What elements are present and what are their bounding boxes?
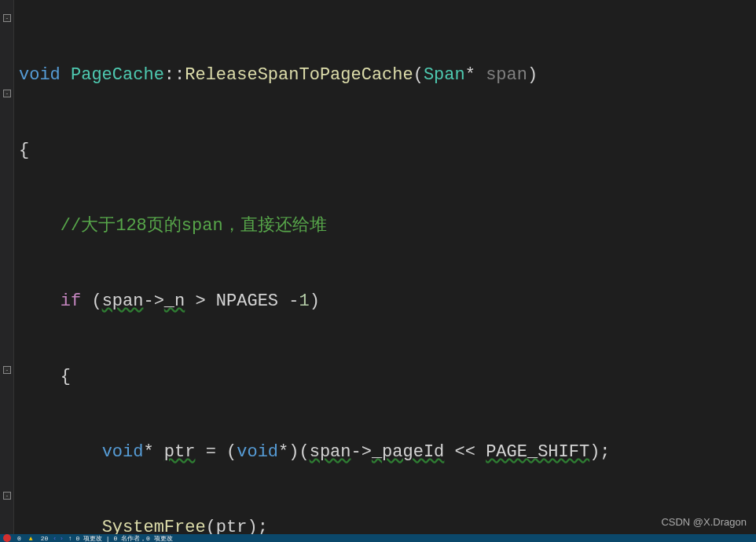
editor-gutter: - - - - bbox=[0, 0, 14, 542]
status-error-icon[interactable] bbox=[3, 534, 11, 542]
code-line: void* ptr = (void*)(span->_pageId << PAG… bbox=[14, 440, 611, 465]
status-text: 0 bbox=[17, 535, 21, 542]
code-line: //大于128页的span，直接还给堆 bbox=[14, 214, 611, 239]
code-editor[interactable]: void PageCache::ReleaseSpanToPageCache(S… bbox=[14, 13, 611, 542]
fold-icon[interactable]: - bbox=[3, 90, 11, 97]
fold-icon[interactable]: - bbox=[3, 492, 11, 500]
status-text: 20 bbox=[41, 535, 49, 542]
status-warning-icon[interactable]: ▲ bbox=[29, 535, 33, 542]
watermark: CSDN @X.Dragon bbox=[661, 516, 747, 528]
fold-icon[interactable]: - bbox=[3, 14, 11, 22]
code-line: { bbox=[14, 364, 611, 390]
fold-icon[interactable]: - bbox=[3, 366, 11, 374]
status-text: ↑ 0 项更改 | 0 名作者，0 项更改 bbox=[68, 534, 173, 542]
code-line: { bbox=[14, 138, 611, 163]
code-line: void PageCache::ReleaseSpanToPageCache(S… bbox=[14, 63, 611, 88]
nav-next-icon[interactable]: › bbox=[60, 535, 64, 542]
nav-prev-icon[interactable]: ‹ bbox=[53, 535, 57, 542]
status-bar: 0 ▲ 20 ‹ › ↑ 0 项更改 | 0 名作者，0 项更改 bbox=[0, 534, 756, 542]
code-line: if (span->_n > NPAGES -1) bbox=[14, 289, 611, 314]
